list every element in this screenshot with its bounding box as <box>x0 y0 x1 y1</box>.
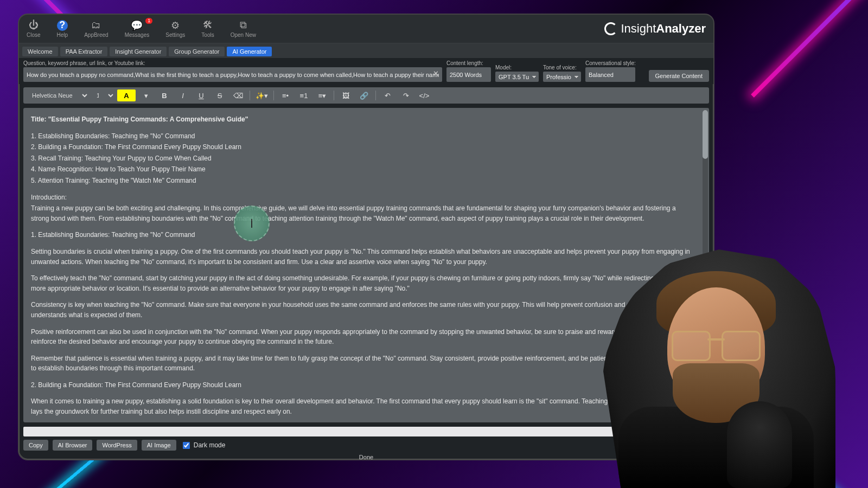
font-size-select[interactable]: 14 <box>91 90 115 101</box>
section-1-heading: 1. Establishing Boundaries: Teaching the… <box>31 230 694 240</box>
clear-input-icon[interactable]: ✕ <box>433 69 439 78</box>
scrollbar-thumb[interactable] <box>703 110 708 159</box>
titlebar: ⏻ Close ? Help 🗂 AppBreed 💬 1 Messages ⚙… <box>19 15 713 43</box>
close-label: Close <box>27 32 41 38</box>
para-4: Positive reinforcement can also be used … <box>31 327 694 347</box>
underline-button[interactable]: U <box>193 89 209 101</box>
appbreed-icon: 🗂 <box>91 20 101 31</box>
link-button[interactable]: 🔗 <box>356 89 372 101</box>
font-family-select[interactable]: Helvetica Neue <box>27 90 89 101</box>
messages-label: Messages <box>125 32 150 38</box>
highlight-color-button[interactable]: A <box>117 89 136 101</box>
outline-2: 2. Building a Foundation: The First Comm… <box>31 142 694 152</box>
question-input[interactable] <box>23 67 442 82</box>
intro-heading: Introduction: <box>31 192 694 203</box>
editor-content[interactable]: Title: "Essential Puppy Training Command… <box>23 108 701 422</box>
messages-badge: 1 <box>145 18 152 24</box>
bottom-bar: Copy AI Browser WordPress AI Image Dark … <box>23 439 709 452</box>
clear-format-button[interactable]: ⌫ <box>230 89 246 101</box>
question-label: Question, keyword phrase, url link, or Y… <box>23 60 442 66</box>
logo-icon <box>604 22 617 35</box>
open-new-button[interactable]: ⧉ Open New <box>231 20 256 38</box>
wordpress-button[interactable]: WordPress <box>97 440 137 451</box>
tab-group-generator[interactable]: Group Generator <box>169 47 225 56</box>
para-5: Remember that patience is essential when… <box>31 354 694 374</box>
bold-button[interactable]: B <box>156 89 173 101</box>
status-bar <box>23 427 709 436</box>
dark-mode-checkbox[interactable] <box>183 442 190 449</box>
para-1: Setting boundaries is crucial when train… <box>31 247 694 267</box>
messages-button[interactable]: 💬 1 Messages <box>125 20 150 38</box>
strikethrough-button[interactable]: S <box>212 89 228 101</box>
length-label: Content length: <box>446 60 491 66</box>
done-status: Done <box>359 454 373 459</box>
messages-icon: 💬 <box>131 20 142 31</box>
copy-button[interactable]: Copy <box>23 440 48 451</box>
generate-content-button[interactable]: Generate Content <box>649 70 709 82</box>
para-2: To effectively teach the "No" command, s… <box>31 273 694 293</box>
app-logo: InsightAnalyzer <box>604 22 706 36</box>
close-button[interactable]: ⏻ Close <box>27 20 41 38</box>
ai-image-button[interactable]: AI Image <box>142 440 176 451</box>
align-button[interactable]: ≡▾ <box>314 89 330 101</box>
style-input[interactable] <box>585 67 635 82</box>
text-color-dropdown[interactable]: ▾ <box>138 89 154 101</box>
italic-button[interactable]: I <box>175 89 191 101</box>
help-button[interactable]: ? Help <box>57 20 68 38</box>
model-label: Model: <box>495 65 539 70</box>
redo-button[interactable]: ↷ <box>398 89 414 101</box>
logo-text-b: Analyzer <box>656 22 706 35</box>
tools-label: Tools <box>201 32 214 38</box>
dark-mode-label: Dark mode <box>194 441 226 449</box>
appbreed-label: AppBreed <box>84 32 108 38</box>
outline-3: 3. Recall Training: Teaching Your Puppy … <box>31 153 694 164</box>
length-input[interactable] <box>446 67 491 82</box>
tools-icon: 🛠 <box>202 20 213 31</box>
outline-1: 1. Establishing Boundaries: Teaching the… <box>31 131 694 142</box>
style-label: Conversational style: <box>585 60 636 66</box>
help-icon: ? <box>57 20 68 31</box>
section-2-heading: 2. Building a Foundation: The First Comm… <box>31 380 694 390</box>
model-select[interactable]: GPT 3.5 Turb <box>495 72 539 82</box>
tools-button[interactable]: 🛠 Tools <box>201 20 214 38</box>
gear-icon: ⚙ <box>170 20 181 31</box>
params-row: Question, keyword phrase, url link, or Y… <box>19 58 713 84</box>
settings-label: Settings <box>165 32 185 38</box>
settings-button[interactable]: ⚙ Settings <box>165 20 185 38</box>
appbreed-button[interactable]: 🗂 AppBreed <box>84 20 108 38</box>
tab-ai-generator[interactable]: AI Generator <box>227 47 272 56</box>
tab-bar: Welcome PAA Extractor Insight Generator … <box>19 43 713 58</box>
image-button[interactable]: 🖼 <box>337 89 354 101</box>
power-icon: ⏻ <box>28 20 39 31</box>
logo-text-a: Insight <box>621 22 656 35</box>
tone-select[interactable]: Profession <box>543 72 581 82</box>
open-new-label: Open New <box>231 32 256 38</box>
tone-label: Tone of voice: <box>543 65 581 70</box>
outline-4: 4. Name Recognition: How to Teach Your P… <box>31 164 694 175</box>
tab-paa-extractor[interactable]: PAA Extractor <box>60 47 108 56</box>
dark-mode-toggle[interactable]: Dark mode <box>181 440 226 451</box>
para-3: Consistency is key when teaching the "No… <box>31 300 694 320</box>
code-view-button[interactable]: </> <box>416 89 432 101</box>
tab-welcome[interactable]: Welcome <box>22 47 58 56</box>
outline-5: 5. Attention Training: Teaching the "Wat… <box>31 176 694 186</box>
undo-button[interactable]: ↶ <box>379 89 395 101</box>
cursor-indicator <box>234 206 270 241</box>
help-label: Help <box>57 32 68 38</box>
content-title: Title: "Essential Puppy Training Command… <box>31 114 694 125</box>
editor-toolbar: Helvetica Neue 14 A ▾ B I U S ⌫ ✨▾ ≡• ≡1… <box>23 87 709 104</box>
ordered-list-button[interactable]: ≡1 <box>296 89 312 101</box>
magic-button[interactable]: ✨▾ <box>253 89 270 101</box>
tab-insight-generator[interactable]: Insight Generator <box>110 47 167 56</box>
unordered-list-button[interactable]: ≡• <box>277 89 293 101</box>
open-new-icon: ⧉ <box>238 20 248 31</box>
intro-para: Training a new puppy can be both excitin… <box>31 203 694 223</box>
ai-browser-button[interactable]: AI Browser <box>53 440 93 451</box>
para-6: When it comes to training a new puppy, e… <box>31 396 694 416</box>
